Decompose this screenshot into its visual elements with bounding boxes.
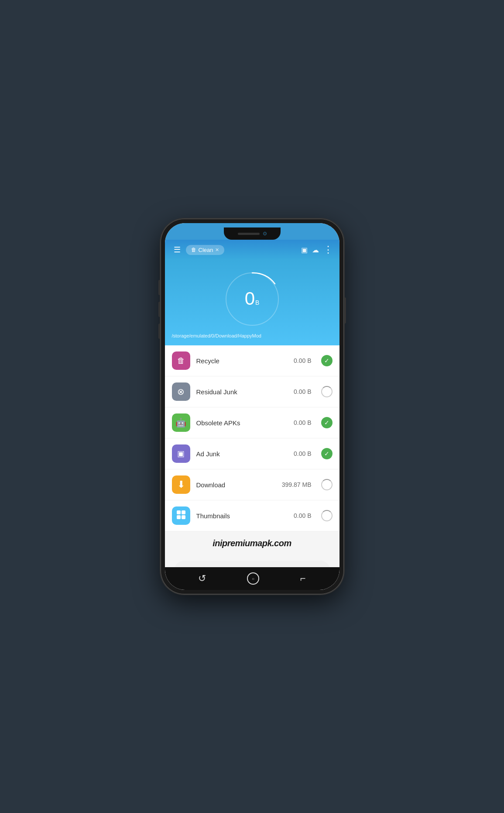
cancel-section: CANCEL (165, 555, 339, 567)
download-size: 399.87 MB (282, 481, 312, 488)
gauge-number: 0 (245, 289, 255, 308)
apk-label: Obsolete APKs (196, 419, 288, 427)
back-button[interactable]: ↺ (198, 573, 206, 584)
residual-label: Residual Junk (196, 388, 288, 396)
notch-bar (165, 223, 339, 240)
apk-status: ✓ (321, 417, 333, 428)
clean-tab-icon: 🗑 (191, 247, 196, 253)
adjunk-size: 0.00 B (294, 450, 311, 457)
list-item[interactable]: 🤖 Obsolete APKs 0.00 B ✓ (165, 407, 339, 438)
list-item[interactable]: Thumbnails 0.00 B (165, 500, 339, 531)
cancel-button[interactable]: CANCEL (174, 561, 331, 567)
svg-rect-1 (177, 510, 181, 514)
bottom-nav: ↺ ○ ⌐ (165, 567, 339, 590)
adjunk-icon: ▣ (177, 449, 185, 458)
thumbnails-size: 0.00 B (294, 512, 311, 519)
phone-screen: ☰ 🗑 Clean ✕ ▣ ☁ ⋮ (165, 223, 339, 590)
thumbnails-status (321, 510, 333, 521)
residual-icon-wrap: ⊗ (172, 382, 190, 401)
home-button[interactable]: ○ (247, 572, 259, 585)
cloud-icon[interactable]: ☁ (312, 246, 319, 254)
download-icon: ⬇ (177, 479, 185, 490)
residual-size: 0.00 B (294, 388, 311, 395)
recycle-status: ✓ (321, 355, 333, 366)
apk-icon-wrap: 🤖 (172, 413, 190, 432)
more-icon[interactable]: ⋮ (323, 244, 333, 255)
list-item[interactable]: ▣ Ad Junk 0.00 B ✓ (165, 438, 339, 469)
list-section: 🗑 Recycle 0.00 B ✓ ⊗ Residual Junk 0.00 … (165, 345, 339, 567)
svg-rect-2 (182, 510, 185, 514)
gauge-section: 0 B /storage/emulated/0/Download/HappyMo… (165, 260, 339, 345)
residual-status (321, 386, 333, 397)
clean-tab-label: Clean (199, 247, 213, 253)
gauge-center-text: 0 B (245, 289, 260, 309)
list-item[interactable]: 🗑 Recycle 0.00 B ✓ (165, 345, 339, 376)
header-icons: ▣ ☁ ⋮ (301, 244, 333, 255)
adjunk-label: Ad Junk (196, 450, 288, 458)
watermark-text: inipremiumapk.com (213, 538, 291, 548)
gauge-container: 0 B (222, 269, 283, 330)
thumbnails-icon (176, 510, 186, 521)
camera-icon (263, 232, 267, 235)
download-status (321, 479, 333, 490)
list-item[interactable]: ⬇ Download 399.87 MB (165, 469, 339, 500)
recycle-icon-wrap: 🗑 (172, 351, 190, 370)
apk-size: 0.00 B (294, 419, 311, 426)
recycle-size: 0.00 B (294, 357, 311, 364)
svg-rect-3 (177, 515, 181, 519)
apk-icon: 🤖 (175, 417, 186, 428)
download-label: Download (196, 481, 276, 489)
clean-tab[interactable]: 🗑 Clean ✕ (186, 245, 225, 255)
thumbnails-label: Thumbnails (196, 512, 288, 520)
list-item[interactable]: ⊗ Residual Junk 0.00 B (165, 376, 339, 407)
download-icon-wrap: ⬇ (172, 475, 190, 494)
recycle-label: Recycle (196, 357, 288, 365)
adjunk-status: ✓ (321, 448, 333, 459)
adjunk-icon-wrap: ▣ (172, 444, 190, 463)
notch (224, 227, 281, 240)
app-header: ☰ 🗑 Clean ✕ ▣ ☁ ⋮ (165, 240, 339, 260)
svg-rect-4 (182, 515, 185, 519)
gauge-unit: B (255, 299, 259, 306)
header-tabs: 🗑 Clean ✕ (186, 245, 225, 255)
path-text: /storage/emulated/0/Download/HappyMod (172, 333, 261, 338)
header-left: ☰ 🗑 Clean ✕ (172, 243, 225, 256)
recent-button[interactable]: ⌐ (300, 573, 306, 584)
hamburger-icon[interactable]: ☰ (172, 243, 182, 256)
clean-tab-close[interactable]: ✕ (215, 247, 219, 253)
speaker-icon (238, 233, 260, 235)
watermark-section: inipremiumapk.com (165, 531, 339, 555)
recycle-icon: 🗑 (177, 356, 185, 365)
residual-icon: ⊗ (177, 386, 185, 397)
thumbnails-icon-wrap (172, 506, 190, 525)
screen-icon[interactable]: ▣ (301, 246, 308, 254)
phone-frame: ☰ 🗑 Clean ✕ ▣ ☁ ⋮ (161, 219, 344, 594)
